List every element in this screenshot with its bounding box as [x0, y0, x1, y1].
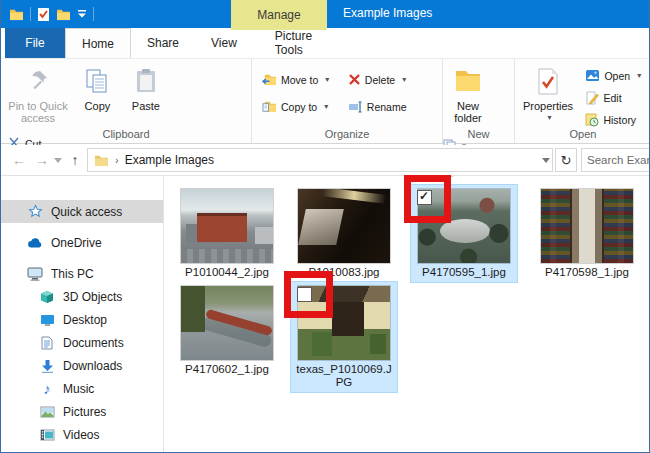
tab-home[interactable]: Home	[65, 28, 131, 58]
button-label: Edit	[603, 92, 621, 104]
sidebar-item-label: Downloads	[63, 359, 122, 373]
properties-check-icon[interactable]	[37, 7, 50, 22]
folder-icon[interactable]	[56, 8, 71, 21]
button-label: Delete	[365, 74, 395, 86]
folder-icon[interactable]	[9, 8, 24, 21]
folder-icon	[94, 154, 109, 167]
sidebar-item-label: Music	[63, 382, 94, 396]
button-label: Open	[604, 70, 630, 82]
star-icon	[27, 204, 43, 220]
copy-button[interactable]: Copy	[75, 59, 119, 127]
sidebar-item-videos[interactable]: Videos	[1, 423, 163, 446]
button-label: Rename	[367, 101, 407, 113]
annotation-red-box-checked	[404, 175, 451, 223]
file-item[interactable]: P1010083.jpg	[291, 185, 397, 282]
recent-locations-chevron[interactable]	[52, 150, 64, 170]
ribbon-group-new: New folder New	[442, 59, 514, 143]
group-label: Clipboard	[1, 128, 251, 140]
ribbon-tab-row: File Home Share View Picture Tools	[1, 28, 649, 58]
file-item[interactable]: P1010044_2.jpg	[174, 185, 280, 282]
sidebar-item-documents[interactable]: Documents	[1, 331, 163, 354]
button-label: Pin to Quick access	[5, 100, 71, 124]
history-button[interactable]: History	[585, 111, 641, 128]
sidebar-item-quick-access[interactable]: Quick access	[1, 200, 163, 223]
sidebar-item-label: This PC	[51, 267, 94, 281]
tab-share[interactable]: Share	[131, 28, 195, 58]
sidebar-item-label: Documents	[63, 336, 124, 350]
breadcrumb[interactable]: Example Images	[125, 153, 214, 167]
pc-icon	[27, 266, 43, 282]
button-label: History	[603, 114, 636, 126]
history-clock-icon	[585, 113, 599, 127]
copy-icon	[85, 65, 109, 97]
sidebar-item-music[interactable]: ♪ Music	[1, 377, 163, 400]
address-bar[interactable]: › Example Images	[87, 148, 553, 172]
new-folder-icon	[454, 65, 482, 97]
navigation-pane: Quick access OneDrive This PC 3D Objects…	[1, 176, 164, 453]
file-name: P4170598_1.jpg	[534, 266, 640, 282]
sidebar-item-desktop[interactable]: Desktop	[1, 308, 163, 331]
search-box[interactable]: Search Example Images	[581, 148, 650, 172]
sidebar-item-label: OneDrive	[51, 236, 102, 250]
sidebar-item-3d-objects[interactable]: 3D Objects	[1, 285, 163, 308]
properties-button[interactable]: Properties	[519, 59, 577, 127]
sidebar-item-pictures[interactable]: Pictures	[1, 400, 163, 423]
tab-picture-tools[interactable]: Picture Tools	[259, 28, 357, 58]
delete-x-icon	[348, 73, 361, 86]
button-label: Copy to	[281, 101, 317, 113]
new-folder-button[interactable]: New folder	[445, 59, 491, 127]
refresh-icon[interactable]: ↻	[555, 148, 577, 172]
sidebar-item-label: Quick access	[51, 205, 122, 219]
file-name: P4170602_1.jpg	[174, 363, 280, 379]
file-item[interactable]: P4170602_1.jpg	[174, 282, 280, 379]
file-item[interactable]: P4170598_1.jpg	[534, 185, 640, 282]
forward-arrow-icon[interactable]: →	[32, 150, 52, 170]
paste-button[interactable]: Paste	[124, 59, 168, 127]
properties-icon	[537, 65, 559, 97]
ribbon: Pin to Quick access Copy Paste Cut Copy …	[1, 58, 650, 144]
sidebar-item-label: 3D Objects	[63, 290, 122, 304]
delete-button[interactable]: Delete	[348, 71, 407, 88]
file-name: texas_P1010069.JPG	[291, 363, 397, 392]
customize-toolbar-chevron[interactable]	[77, 10, 87, 19]
sidebar-item-onedrive[interactable]: OneDrive	[1, 231, 163, 254]
pin-icon	[27, 65, 49, 97]
sidebar-item-label: Pictures	[63, 405, 106, 419]
thumbnail-library-photo	[541, 189, 633, 263]
sidebar-item-label: Videos	[63, 428, 99, 442]
rename-button[interactable]: Rename	[348, 98, 407, 115]
document-icon	[39, 335, 55, 351]
manage-contextual-tab[interactable]: Manage	[231, 0, 327, 30]
paste-icon	[135, 65, 157, 97]
copy-to-button[interactable]: Copy to	[262, 98, 329, 115]
picture-icon	[39, 404, 55, 420]
thumbnail-barn-photo	[298, 189, 390, 263]
thumbnail-rainy-street-photo	[181, 286, 273, 360]
address-dropdown-chevron[interactable]	[542, 158, 550, 163]
cube-icon	[39, 289, 55, 305]
move-to-icon	[262, 73, 277, 86]
ribbon-group-clipboard: Pin to Quick access Copy Paste Cut Copy …	[1, 59, 251, 143]
up-arrow-icon[interactable]: ↑	[65, 150, 85, 170]
search-placeholder: Search Example Images	[587, 154, 650, 166]
edit-button[interactable]: Edit	[585, 89, 641, 106]
explorer-window: Manage Example Images File Home Share Vi…	[0, 0, 650, 453]
file-name: P1010044_2.jpg	[174, 266, 280, 282]
group-label: Open	[515, 128, 650, 140]
move-to-button[interactable]: Move to	[262, 71, 329, 88]
edit-pencil-icon	[585, 91, 599, 105]
button-label: Move to	[281, 74, 318, 86]
sidebar-item-this-pc[interactable]: This PC	[1, 262, 163, 285]
toolbar-separator	[30, 7, 31, 21]
open-button[interactable]: Open	[585, 67, 641, 84]
tab-file[interactable]: File	[5, 28, 65, 58]
download-icon	[39, 358, 55, 374]
window-title: Example Images	[343, 6, 432, 20]
tab-view[interactable]: View	[195, 28, 253, 58]
sidebar-item-downloads[interactable]: Downloads	[1, 354, 163, 377]
file-name: P4170595_1.jpg	[411, 266, 517, 282]
pin-to-quick-access-button[interactable]: Pin to Quick access	[5, 59, 71, 127]
film-icon	[39, 427, 55, 443]
back-arrow-icon[interactable]: ←	[9, 150, 29, 170]
annotation-red-box-unchecked	[284, 271, 333, 318]
